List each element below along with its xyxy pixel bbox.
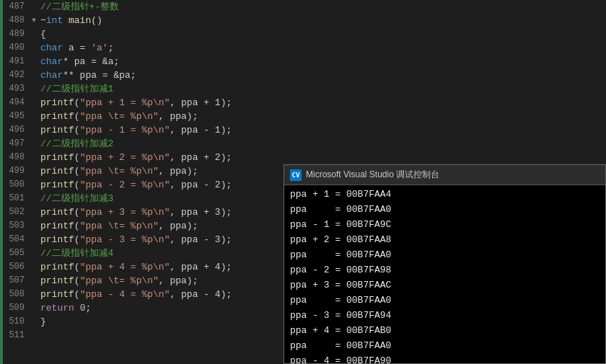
console-output-line: ppa = 00B7FAA0 — [290, 247, 600, 262]
code-line[interactable]: //二级指针加减4 — [40, 247, 285, 260]
code-line[interactable]: printf("ppa \t= %p\n", ppa); — [40, 164, 285, 178]
code-content[interactable]: //二级指针+-整数−int main() { char a = 'a'; ch… — [39, 0, 285, 364]
collapse-indicator — [29, 82, 39, 96]
console-output-line: ppa + 1 = 00B7FAA4 — [290, 187, 600, 202]
collapse-indicator — [29, 41, 39, 55]
line-number: 506 — [3, 260, 29, 274]
code-line[interactable]: char** ppa = &pa; — [40, 68, 285, 82]
collapse-indicator — [29, 219, 39, 233]
line-number: 489 — [3, 27, 29, 41]
console-output-line: ppa + 3 = 00B7FAAC — [290, 278, 600, 293]
collapse-gutter: ▼ — [29, 0, 39, 364]
code-line[interactable]: printf("ppa - 1 = %p\n", ppa - 1); — [40, 123, 285, 137]
collapse-indicator — [29, 137, 39, 151]
code-line[interactable]: } — [40, 315, 285, 329]
line-number: 499 — [3, 164, 29, 178]
collapse-indicator — [29, 55, 39, 68]
code-line[interactable]: printf("ppa \t= %p\n", ppa); — [40, 274, 285, 288]
code-line[interactable]: printf("ppa + 3 = %p\n", ppa + 3); — [40, 205, 285, 219]
line-number: 496 — [3, 123, 29, 137]
console-output-line: ppa - 4 = 00B7FA90 — [290, 353, 600, 363]
code-line[interactable]: //二级指针加减3 — [40, 192, 285, 205]
code-line[interactable]: //二级指针加减2 — [40, 137, 285, 151]
code-line[interactable]: char* pa = &a; — [40, 55, 285, 68]
line-number: 511 — [3, 329, 29, 342]
console-title: Microsoft Visual Studio 调试控制台 — [306, 169, 439, 181]
line-number: 498 — [3, 151, 29, 164]
collapse-indicator — [29, 233, 39, 247]
line-number: 492 — [3, 68, 29, 82]
code-line[interactable]: printf("ppa \t= %p\n", ppa); — [40, 219, 285, 233]
code-line[interactable]: printf("ppa - 4 = %p\n", ppa - 4); — [40, 288, 285, 301]
console-app-icon: CV — [290, 169, 302, 181]
line-number: 508 — [3, 288, 29, 301]
line-number: 504 — [3, 233, 29, 247]
line-number: 505 — [3, 247, 29, 260]
code-line[interactable]: { — [40, 27, 285, 41]
line-number: 494 — [3, 96, 29, 110]
collapse-indicator — [29, 247, 39, 260]
code-line[interactable]: char a = 'a'; — [40, 41, 285, 55]
code-line[interactable]: printf("ppa \t= %p\n", ppa); — [40, 110, 285, 123]
console-output-line: ppa + 4 = 00B7FAB0 — [290, 323, 600, 338]
console-output-line: ppa - 3 = 00B7FA94 — [290, 308, 600, 323]
code-line[interactable]: printf("ppa + 2 = %p\n", ppa + 2); — [40, 151, 285, 164]
line-number: 501 — [3, 192, 29, 205]
line-number: 488 — [3, 14, 29, 27]
console-output-line: ppa - 1 = 00B7FA9C — [290, 217, 600, 232]
collapse-indicator — [29, 274, 39, 288]
line-number: 493 — [3, 82, 29, 96]
line-number: 500 — [3, 178, 29, 192]
console-output-line: ppa + 2 = 00B7FAA8 — [290, 232, 600, 247]
line-number: 502 — [3, 205, 29, 219]
line-number: 491 — [3, 55, 29, 68]
line-number: 503 — [3, 219, 29, 233]
collapse-indicator — [29, 110, 39, 123]
collapse-indicator — [29, 315, 39, 329]
line-number: 507 — [3, 274, 29, 288]
console-output-line: ppa = 00B7FAA0 — [290, 338, 600, 353]
console-output[interactable]: ppa + 1 = 00B7FAA4ppa = 00B7FAA0ppa - 1 … — [284, 185, 605, 363]
collapse-indicator: ▼ — [29, 14, 39, 27]
code-line[interactable]: printf("ppa + 4 = %p\n", ppa + 4); — [40, 260, 285, 274]
line-number: 490 — [3, 41, 29, 55]
console-output-line: ppa = 00B7FAA0 — [290, 293, 600, 308]
line-number: 510 — [3, 315, 29, 329]
code-line[interactable] — [40, 329, 285, 342]
collapse-indicator — [29, 123, 39, 137]
editor-panel: 4874884894904914924934944954964974984995… — [3, 0, 285, 364]
collapse-indicator — [29, 288, 39, 301]
console-titlebar[interactable]: CV Microsoft Visual Studio 调试控制台 — [284, 165, 605, 185]
code-line[interactable]: printf("ppa - 2 = %p\n", ppa - 2); — [40, 178, 285, 192]
collapse-indicator — [29, 260, 39, 274]
line-number: 495 — [3, 110, 29, 123]
collapse-indicator — [29, 329, 39, 342]
collapse-indicator — [29, 205, 39, 219]
collapse-indicator — [29, 27, 39, 41]
code-line[interactable]: //二级指针加减1 — [40, 82, 285, 96]
code-line[interactable]: −int main() — [40, 14, 285, 27]
code-line[interactable]: printf("ppa + 1 = %p\n", ppa + 1); — [40, 96, 285, 110]
collapse-indicator — [29, 0, 39, 14]
collapse-indicator — [29, 301, 39, 315]
code-line[interactable]: //二级指针+-整数 — [40, 0, 285, 14]
collapse-indicator — [29, 178, 39, 192]
collapse-indicator — [29, 164, 39, 178]
line-number: 509 — [3, 301, 29, 315]
console-window: CV Microsoft Visual Studio 调试控制台 ppa + 1… — [284, 164, 606, 364]
line-number: 497 — [3, 137, 29, 151]
code-line[interactable]: return 0; — [40, 301, 285, 315]
collapse-indicator — [29, 68, 39, 82]
collapse-indicator — [29, 96, 39, 110]
console-output-line: ppa - 2 = 00B7FA98 — [290, 262, 600, 278]
line-number: 487 — [3, 0, 29, 14]
console-output-line: ppa = 00B7FAA0 — [290, 202, 600, 217]
line-numbers-gutter: 4874884894904914924934944954964974984995… — [3, 0, 29, 364]
code-line[interactable]: printf("ppa - 3 = %p\n", ppa - 3); — [40, 233, 285, 247]
collapse-indicator — [29, 151, 39, 164]
collapse-indicator — [29, 192, 39, 205]
